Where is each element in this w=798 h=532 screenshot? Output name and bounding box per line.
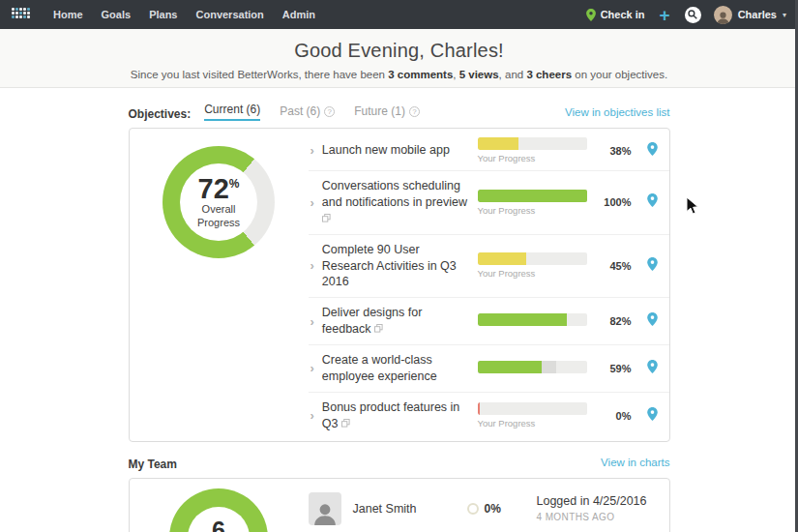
nav-item-home[interactable]: Home	[53, 9, 83, 20]
check-in-pin-icon[interactable]	[647, 257, 658, 275]
progress-percent: 100%	[593, 196, 632, 208]
progress-percent: 38%	[593, 145, 632, 157]
progress-percent: 82%	[593, 315, 632, 327]
progress-bar: Your Progress	[478, 190, 587, 216]
member-avatar	[309, 492, 341, 525]
objective-row[interactable]: › Launch new mobile app Your Progress 38…	[309, 131, 669, 171]
check-in-label: Check in	[601, 9, 645, 20]
greeting-message: Since you last visited BetterWorks, ther…	[0, 69, 798, 80]
top-nav: Home Goals Plans Conversation Admin Chec…	[0, 0, 798, 29]
team-member-row[interactable]: Janet Smith 0% Logged in 4/25/2016 4 MON…	[309, 485, 669, 532]
copy-icon	[341, 419, 350, 428]
greeting-banner: Good Evening, Charles! Since you last vi…	[0, 29, 798, 88]
overall-progress-donut: 72% Overall Progress	[163, 146, 275, 258]
nav-item-admin[interactable]: Admin	[282, 9, 315, 20]
member-progress: 0%	[467, 502, 537, 516]
info-icon: ?	[409, 106, 420, 117]
team-header: My Team View in charts	[129, 457, 670, 471]
member-activity: Logged in 4/25/2016 4 MONTHS AGO	[537, 494, 658, 522]
app-launcher-icon[interactable]	[12, 8, 32, 22]
objective-row[interactable]: › Conversations scheduling and notificat…	[309, 171, 669, 235]
team-objectives-count: 6	[212, 518, 225, 532]
objective-title[interactable]: Launch new mobile app	[322, 142, 478, 159]
objectives-list: › Launch new mobile app Your Progress 38…	[309, 129, 669, 441]
check-in-pin-icon[interactable]	[647, 312, 658, 330]
progress-percent: 45%	[593, 260, 632, 272]
objective-title[interactable]: Conversations scheduling and notificatio…	[322, 178, 478, 227]
objective-title[interactable]: Deliver designs for feedback	[322, 305, 478, 338]
objective-row[interactable]: › Create a world-class employee experien…	[309, 345, 669, 393]
mouse-cursor	[686, 196, 699, 216]
expand-chevron-icon[interactable]: ›	[310, 409, 314, 422]
cheers-count: 3 cheers	[526, 69, 572, 80]
your-progress-label: Your Progress	[478, 205, 587, 216]
expand-chevron-icon[interactable]: ›	[310, 144, 314, 157]
progress-bar	[478, 313, 587, 329]
team-label: My Team	[129, 458, 177, 471]
overall-label-1: Overall	[202, 203, 236, 217]
progress-bar: Your Progress	[478, 137, 587, 163]
expand-chevron-icon[interactable]: ›	[310, 259, 314, 272]
objective-title[interactable]: Complete 90 User Research Activities in …	[322, 242, 478, 291]
user-avatar	[714, 6, 732, 24]
view-objectives-list-link[interactable]: View in objectives list	[565, 106, 669, 121]
user-name: Charles	[738, 9, 777, 20]
objectives-header: Objectives: Current (6) Past (6)? Future…	[129, 103, 670, 121]
empty-progress-ring-icon	[467, 503, 479, 515]
objective-row[interactable]: › Deliver designs for feedback 82%	[309, 298, 669, 345]
progress-bar: Your Progress	[478, 252, 587, 279]
progress-bar	[478, 361, 587, 376]
nav-item-goals[interactable]: Goals	[102, 9, 132, 20]
progress-bar: Your Progress	[478, 402, 587, 429]
check-in-pin-icon[interactable]	[647, 142, 658, 160]
info-icon: ?	[324, 106, 335, 117]
tab-past[interactable]: Past (6)?	[280, 104, 335, 121]
member-name[interactable]: Janet Smith	[353, 502, 467, 516]
copy-icon	[322, 214, 331, 222]
expand-chevron-icon[interactable]: ›	[310, 196, 314, 209]
objective-title[interactable]: Bonus product features in Q3	[322, 399, 478, 432]
your-progress-label: Your Progress	[478, 153, 587, 163]
overall-progress-value: 72%	[198, 175, 240, 203]
objectives-label: Objectives:	[129, 107, 192, 121]
copy-icon	[374, 324, 383, 333]
objective-row[interactable]: › Complete 90 User Research Activities i…	[309, 235, 669, 299]
add-button[interactable]: +	[658, 6, 672, 24]
your-progress-label: Your Progress	[478, 418, 587, 429]
check-in-pin-icon[interactable]	[647, 193, 658, 211]
user-menu[interactable]: Charles ▾	[714, 6, 786, 24]
expand-chevron-icon[interactable]: ›	[310, 362, 314, 374]
search-icon	[688, 10, 697, 19]
check-in-button[interactable]: Check in	[586, 9, 645, 21]
check-in-pin-icon[interactable]	[647, 360, 658, 377]
progress-percent: 0%	[593, 410, 632, 422]
nav-item-conversation[interactable]: Conversation	[196, 9, 264, 20]
location-pin-icon	[586, 9, 596, 21]
nav-item-plans[interactable]: Plans	[149, 9, 177, 20]
view-in-charts-link[interactable]: View in charts	[601, 457, 669, 471]
comments-count: 3 comments	[388, 69, 453, 80]
team-card: 6 Objectives 5 1 0 Janet Smith 0% Logged…	[129, 478, 670, 532]
objective-title[interactable]: Create a world-class employee experience	[322, 352, 478, 385]
team-objectives-donut: 6 Objectives	[169, 488, 268, 532]
overall-label-2: Progress	[197, 217, 240, 230]
search-button[interactable]	[685, 7, 701, 23]
team-list: Janet Smith 0% Logged in 4/25/2016 4 MON…	[309, 479, 669, 532]
views-count: 5 views	[459, 69, 499, 80]
objective-row[interactable]: › Bonus product features in Q3 Your Prog…	[309, 393, 669, 439]
expand-chevron-icon[interactable]: ›	[310, 315, 314, 328]
greeting-title: Good Evening, Charles!	[0, 40, 798, 62]
objectives-card: 72% Overall Progress › Launch new mobile…	[129, 128, 670, 442]
tab-future[interactable]: Future (1)?	[354, 104, 420, 121]
your-progress-label: Your Progress	[478, 268, 587, 279]
progress-percent: 59%	[593, 363, 632, 374]
tab-current[interactable]: Current (6)	[204, 103, 260, 121]
activity-time: 4 MONTHS AGO	[537, 512, 658, 522]
check-in-pin-icon[interactable]	[647, 407, 658, 425]
chevron-down-icon: ▾	[783, 11, 786, 19]
